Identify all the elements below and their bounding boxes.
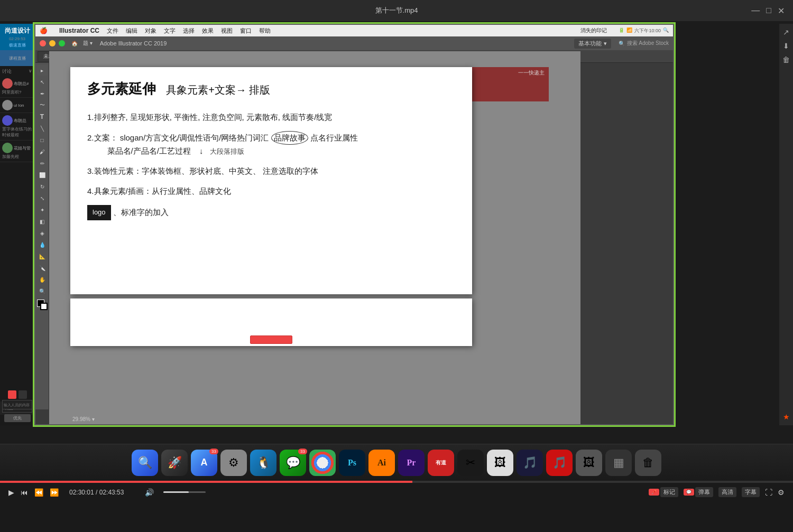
dock-settings[interactable]: ⚙ — [220, 450, 247, 476]
traffic-red[interactable] — [40, 40, 46, 46]
danmu-btn-container: 💬 弹幕 — [684, 487, 713, 497]
canvas-item-2: 2.文案： slogan/方言文化/调侃性语句/网络热门词汇 品牌故事 点名行业… — [87, 131, 455, 157]
launchpad-icon: 🚀 — [168, 456, 182, 470]
dock-netease-music[interactable]: 🎵 — [517, 450, 543, 476]
stroke-swatch[interactable] — [40, 303, 48, 310]
restore-button[interactable]: □ — [766, 6, 771, 15]
dock-wechat[interactable]: 💬 33 — [280, 450, 306, 476]
tool-slice[interactable]: 🔪 — [37, 263, 48, 273]
apple-controls: 🍎 — [40, 27, 48, 34]
tool-puppet[interactable]: ✦ — [37, 204, 48, 215]
chat-message-1: 布朗总# 阿里面积? — [0, 76, 34, 98]
tool-direct-select[interactable]: ↖ — [37, 77, 48, 87]
menu-view[interactable]: 视图 — [221, 27, 233, 35]
far-right-panel: ↗ ⬇ 🗑 ★ — [779, 24, 793, 425]
tool-scale[interactable]: ⤡ — [37, 193, 48, 203]
dock-youdao[interactable]: 有道 — [428, 450, 454, 476]
dock-launchpad[interactable]: 🚀 — [161, 450, 188, 476]
chat-input-container[interactable] — [0, 398, 34, 411]
quality-button[interactable]: 高清 — [718, 487, 736, 497]
mark-btn-container: 📌 标记 — [649, 487, 678, 497]
ai-main-content: ▸ ↖ ✒ 〜 T ╲ □ 🖌 ✏ ⬜ ↻ ⤡ ✦ ◧ ◈ 💧 📐 🔪 ✋ 🔍 — [35, 63, 673, 409]
canvas-nav-bar[interactable] — [250, 335, 292, 344]
tool-text[interactable]: T — [37, 111, 48, 122]
tool-hand[interactable]: ✋ — [37, 274, 48, 285]
tool-eyedropper[interactable]: 💧 — [37, 239, 48, 250]
prev-button[interactable]: ⏮ — [21, 488, 28, 497]
search-icon[interactable]: 🔍 — [619, 41, 625, 46]
menu-text[interactable]: 文字 — [164, 27, 176, 35]
dock-photos2[interactable]: 🖼 — [576, 450, 602, 476]
tool-blend[interactable]: ◈ — [37, 228, 48, 238]
tool-pen[interactable]: ✒ — [37, 88, 48, 99]
menu-edit[interactable]: 编辑 — [126, 27, 137, 35]
minimize-button[interactable]: — — [751, 6, 760, 15]
volume-icon[interactable]: 🔊 — [145, 488, 154, 497]
fullscreen-button[interactable]: ⛶ — [765, 488, 772, 497]
tool-curvature[interactable]: 〜 — [37, 100, 48, 110]
chat-text-1: 阿里面积? — [2, 89, 32, 95]
dock-illustrator[interactable]: Ai — [368, 450, 395, 476]
share-icon[interactable]: ↗ — [783, 28, 789, 36]
tool-pencil[interactable]: ✏ — [37, 158, 48, 169]
settings-button[interactable]: ⚙ — [778, 488, 785, 497]
window-controls[interactable]: — □ ✕ — [751, 6, 785, 16]
caption-button[interactable]: 字幕 — [742, 487, 760, 497]
dock-grid[interactable]: ▦ — [605, 450, 632, 476]
volume-bar[interactable] — [163, 491, 206, 493]
dock-finalcut[interactable]: ✂ — [457, 450, 484, 476]
arrow-down: ↓ 大段落排版 — [199, 145, 244, 157]
color-swatches — [37, 300, 48, 310]
video-controls: ▶ ⏮ ⏪ ⏩ 02:30:01 / 02:43:53 🔊 📌 标记 💬 弹幕 … — [0, 481, 793, 532]
mark-badge: 📌 — [649, 489, 659, 496]
download-icon[interactable]: ⬇ — [783, 42, 789, 50]
settings-icon: ⚙ — [228, 456, 239, 470]
dock-photoshop[interactable]: Ps — [339, 450, 365, 476]
play-button[interactable]: ▶ — [8, 488, 14, 497]
back-button[interactable]: ⏪ — [34, 488, 43, 497]
chat-logo-text: 尚道设计 — [5, 26, 30, 35]
star-icon[interactable]: ★ — [783, 413, 790, 421]
netease-music-icon: 🎵 — [523, 456, 537, 470]
close-button[interactable]: ✕ — [778, 6, 785, 16]
traffic-green[interactable] — [59, 40, 65, 46]
tool-shape[interactable]: □ — [37, 135, 48, 145]
danmu-button[interactable]: 弹幕 — [695, 487, 713, 497]
main-canvas: 多元素延伸 具象元素+文案→ 排版 1.排列整齐, 呈现矩形状, 平衡性, 注意… — [70, 67, 472, 294]
tool-rotate[interactable]: ↻ — [37, 181, 48, 192]
adobe-stock-text: 搜索 Adobe Stock — [627, 40, 669, 47]
dock-appstore[interactable]: A 33 — [191, 450, 217, 476]
progress-bar[interactable] — [0, 481, 793, 483]
menu-help[interactable]: 帮助 — [259, 27, 271, 35]
dock-finder[interactable]: 🔍 — [132, 450, 158, 476]
mark-button[interactable]: 标记 — [660, 487, 678, 497]
next-button[interactable]: ⏩ — [50, 488, 59, 497]
canvas-item-1: 1.排列整齐, 呈现矩形状, 平衡性, 注意负空间, 元素散布, 线面节奏/线宽 — [87, 111, 455, 124]
canvas-subtitle: 具象元素+文案→ 排版 — [166, 84, 270, 96]
zoom-indicator[interactable]: 29.98% ▾ — [72, 416, 95, 422]
send-button[interactable]: 优先 — [4, 414, 31, 422]
brand-circle: 品牌故事 — [271, 131, 308, 145]
tool-select[interactable]: ▸ — [37, 65, 48, 76]
menu-window[interactable]: 窗口 — [240, 27, 252, 35]
canvas-nav-controls — [250, 335, 292, 344]
delete-icon[interactable]: 🗑 — [782, 55, 790, 64]
tool-paintbrush[interactable]: 🖌 — [37, 146, 48, 157]
traffic-yellow[interactable] — [49, 40, 56, 46]
dock-preview[interactable]: 🖼 — [487, 450, 513, 476]
menu-effect[interactable]: 效果 — [202, 27, 214, 35]
tool-line[interactable]: ╲ — [37, 123, 48, 134]
dock-trash[interactable]: 🗑 — [635, 450, 661, 476]
tool-zoom[interactable]: 🔍 — [37, 286, 48, 296]
dock-chrome[interactable] — [309, 450, 336, 476]
menu-object[interactable]: 对象 — [145, 27, 156, 35]
menu-file[interactable]: 文件 — [107, 27, 118, 35]
dock-red-music[interactable]: 🎵 — [546, 450, 573, 476]
tool-gradient[interactable]: ◧ — [37, 216, 48, 227]
menu-select[interactable]: 选择 — [183, 27, 195, 35]
tool-measure[interactable]: 📐 — [37, 251, 48, 262]
chat-input[interactable] — [2, 400, 32, 409]
dock-premiere[interactable]: Pr — [398, 450, 425, 476]
tool-eraser[interactable]: ⬜ — [37, 170, 48, 180]
dock-qq[interactable]: 🐧 — [250, 450, 276, 476]
